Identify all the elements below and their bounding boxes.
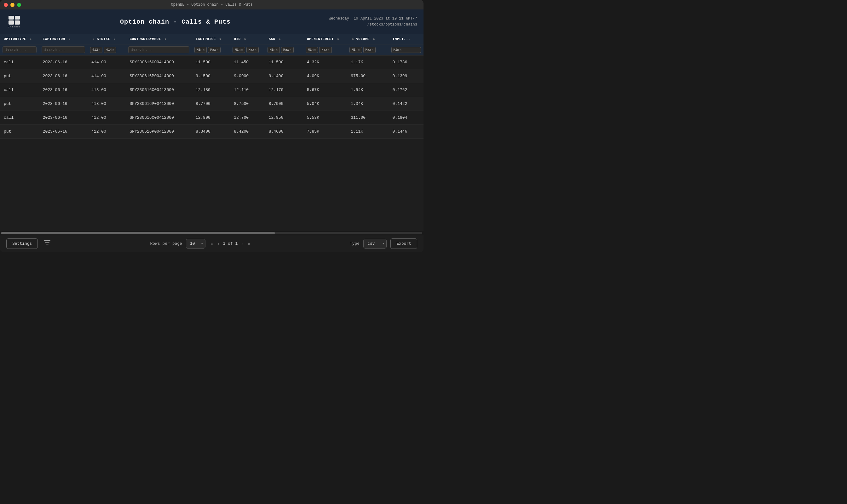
filter-cell-lastprice: Min ✕ Max ✕ — [192, 44, 230, 55]
table-row: call2023-06-16413.00SPY230616C0041300012… — [0, 83, 423, 97]
filter-badge-impli-min-clear[interactable]: ✕ — [400, 48, 402, 52]
cell-lastprice-0: 11.500 — [192, 55, 230, 69]
filter-input-expiration[interactable] — [41, 46, 85, 53]
cell-expiration-5: 2023-06-16 — [39, 125, 88, 139]
filter-badge-lastprice-min[interactable]: Min ✕ — [194, 47, 207, 53]
rows-per-page-select[interactable]: 10 25 50 100 — [186, 239, 206, 249]
minimize-button[interactable] — [11, 3, 15, 7]
filter-badge-bid-min[interactable]: Min ✕ — [232, 47, 245, 53]
col-header-openinterest[interactable]: OPENINTEREST ⇅ — [303, 34, 347, 44]
sort-icon-contractsymbol[interactable]: ⇅ — [164, 37, 166, 41]
sort-icon-strike-left[interactable]: ⇅ — [93, 37, 94, 41]
cell-impli-2: 0.1762 — [389, 83, 423, 97]
filter-badge-lastprice-max-clear[interactable]: ✕ — [216, 48, 218, 52]
col-header-expiration-label: EXPIRATION — [43, 37, 65, 41]
cell-optiontype-3: put — [0, 97, 39, 111]
cell-impli-3: 0.1422 — [389, 97, 423, 111]
filter-badge-ask-max[interactable]: Max ✕ — [281, 47, 293, 53]
filter-badge-strike-min[interactable]: 412 ✕ — [90, 47, 102, 53]
table-header-row: OPTIONTYPE ⇅ EXPIRATION ⇅ ⇅ STRIKE ⇅ — [0, 34, 423, 44]
filter-badge-ask-max-clear[interactable]: ✕ — [289, 48, 291, 52]
filter-badge-volume-min-clear[interactable]: ✕ — [358, 48, 359, 52]
sort-icon-optiontype[interactable]: ⇅ — [30, 37, 32, 41]
filter-badge-impli-min[interactable]: Min ✕ — [391, 47, 421, 53]
cell-ask-5: 8.4600 — [265, 125, 303, 139]
col-header-expiration[interactable]: EXPIRATION ⇅ — [39, 34, 88, 44]
filter-range-ask: Min ✕ Max ✕ — [267, 47, 301, 53]
close-button[interactable] — [4, 3, 8, 7]
filter-button[interactable] — [43, 239, 52, 249]
pagination: « ‹ 1 of 1 › » — [209, 241, 251, 247]
settings-button[interactable]: Settings — [6, 238, 38, 249]
filter-badge-volume-min-val: Min — [352, 48, 357, 52]
last-page-button[interactable]: » — [247, 241, 251, 247]
col-header-impli[interactable]: IMPLI... — [389, 34, 423, 44]
filter-badge-openinterest-min-clear[interactable]: ✕ — [314, 48, 316, 52]
cell-expiration-2: 2023-06-16 — [39, 83, 88, 97]
filter-badge-bid-max[interactable]: Max ✕ — [246, 47, 259, 53]
cell-openinterest-2: 5.67K — [303, 83, 347, 97]
cell-openinterest-1: 4.09K — [303, 69, 347, 83]
export-button[interactable]: Export — [390, 238, 417, 249]
cell-expiration-0: 2023-06-16 — [39, 55, 88, 69]
scrollbar-track — [1, 232, 422, 234]
sort-icon-openinterest[interactable]: ⇅ — [337, 37, 339, 41]
table-scroll[interactable]: OPTIONTYPE ⇅ EXPIRATION ⇅ ⇅ STRIKE ⇅ — [0, 34, 423, 231]
rows-per-page-select-wrap: 10 25 50 100 — [186, 239, 206, 249]
filter-badge-strike-max[interactable]: 414 ✕ — [104, 47, 116, 53]
filter-badge-ask-min[interactable]: Min ✕ — [267, 47, 280, 53]
cell-bid-2: 12.110 — [230, 83, 265, 97]
header-path: /stocks/options/chains — [329, 22, 417, 28]
filter-badge-bid-min-clear[interactable]: ✕ — [241, 48, 243, 52]
filter-cell-expiration — [39, 44, 88, 55]
filter-badge-openinterest-max-clear[interactable]: ✕ — [328, 48, 329, 52]
col-header-ask[interactable]: ASK ⇅ — [265, 34, 303, 44]
sort-icon-volume-left[interactable]: ⇅ — [352, 37, 354, 41]
filter-badge-ask-min-val: Min — [270, 48, 276, 52]
col-header-volume[interactable]: ⇅ VOLUME ⇅ — [347, 34, 389, 44]
sort-icon-expiration[interactable]: ⇅ — [69, 37, 71, 41]
sort-icon-bid[interactable]: ⇅ — [244, 37, 246, 41]
filter-input-contractsymbol[interactable] — [128, 46, 189, 53]
col-header-contractsymbol[interactable]: CONTRACTSYMBOL ⇅ — [126, 34, 192, 44]
cell-ask-4: 12.950 — [265, 111, 303, 125]
col-header-optiontype[interactable]: OPTIONTYPE ⇅ — [0, 34, 39, 44]
filter-badge-volume-max[interactable]: Max ✕ — [363, 47, 376, 53]
sort-icon-volume[interactable]: ⇅ — [373, 37, 375, 41]
filter-badge-openinterest-max[interactable]: Max ✕ — [319, 47, 332, 53]
filter-badge-ask-min-clear[interactable]: ✕ — [276, 48, 278, 52]
sort-icon-strike[interactable]: ⇅ — [114, 37, 116, 41]
col-header-impli-label: IMPLI... — [393, 37, 410, 41]
type-select-wrap: csv json xlsx — [363, 239, 387, 249]
filter-cell-openinterest: Min ✕ Max ✕ — [303, 44, 347, 55]
rows-per-page-label: Rows per page — [150, 241, 182, 246]
sort-icon-lastprice[interactable]: ⇅ — [219, 37, 221, 41]
type-select[interactable]: csv json xlsx — [363, 239, 387, 249]
cell-ask-2: 12.170 — [265, 83, 303, 97]
next-page-button[interactable]: › — [240, 241, 244, 247]
col-header-lastprice[interactable]: LASTPRICE ⇅ — [192, 34, 230, 44]
cell-lastprice-2: 12.180 — [192, 83, 230, 97]
maximize-button[interactable] — [17, 3, 21, 7]
cell-optiontype-2: call — [0, 83, 39, 97]
prev-page-button[interactable]: ‹ — [216, 241, 220, 247]
first-page-button[interactable]: « — [209, 241, 214, 247]
filter-input-optiontype[interactable] — [2, 46, 37, 53]
cell-ask-0: 11.500 — [265, 55, 303, 69]
filter-badge-strike-max-clear[interactable]: ✕ — [112, 48, 114, 52]
col-header-strike[interactable]: ⇅ STRIKE ⇅ — [88, 34, 126, 44]
col-header-bid[interactable]: BID ⇅ — [230, 34, 265, 44]
cell-contractsymbol-2: SPY230616C00413000 — [126, 83, 192, 97]
horizontal-scrollbar[interactable] — [0, 231, 423, 235]
filter-badge-strike-min-clear[interactable]: ✕ — [99, 48, 100, 52]
filter-badge-bid-max-clear[interactable]: ✕ — [255, 48, 257, 52]
filter-badge-volume-max-clear[interactable]: ✕ — [372, 48, 373, 52]
cell-expiration-4: 2023-06-16 — [39, 111, 88, 125]
scrollbar-thumb[interactable] — [1, 232, 275, 234]
filter-badge-volume-min[interactable]: Min ✕ — [350, 47, 362, 53]
filter-badge-lastprice-min-clear[interactable]: ✕ — [203, 48, 205, 52]
filter-range-lastprice: Min ✕ Max ✕ — [194, 47, 228, 53]
sort-icon-ask[interactable]: ⇅ — [279, 37, 281, 41]
filter-badge-openinterest-min[interactable]: Min ✕ — [306, 47, 318, 53]
filter-badge-lastprice-max[interactable]: Max ✕ — [208, 47, 220, 53]
